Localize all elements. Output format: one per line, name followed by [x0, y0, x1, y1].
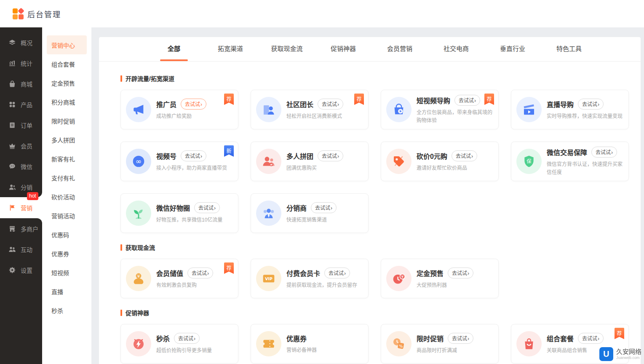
storefront-icon [8, 225, 16, 233]
clipboard-icon [8, 121, 16, 129]
submenu-item-group-buy[interactable]: 多人拼团 [47, 130, 87, 149]
tab-member-marketing[interactable]: 会员营销 [371, 37, 428, 61]
svg-text:∞: ∞ [136, 157, 142, 166]
try-button[interactable]: 去试试› [318, 99, 343, 110]
chat-bubble-icon [8, 163, 16, 170]
grid-icon [8, 101, 16, 108]
tab-all[interactable]: 全部 [146, 37, 202, 61]
try-button[interactable]: 去试试› [591, 147, 617, 158]
layers-icon [8, 39, 16, 46]
card-shortvideo-guide[interactable]: 荐 短视频导购 去试试› 全方位包装商品，带来身临其境的购物体验 [381, 90, 499, 129]
clock-percent-icon: % [386, 331, 412, 356]
try-button[interactable]: 去试试› [578, 333, 604, 344]
try-button[interactable]: 去试试› [311, 202, 337, 213]
try-button[interactable]: 去试试› [448, 333, 473, 344]
tab-promo-tools[interactable]: 促销神器 [315, 37, 371, 61]
card-bargain-zero[interactable]: 砍价0元购 去试试› 邀请好友帮忙砍价商品 [381, 142, 499, 181]
submenu-item-short-video[interactable]: 短视频 [47, 263, 87, 282]
card-wechat-guarantee[interactable]: 保 微信交易保障 去试试› 微信官方背书认证，快速提升买家信任度 [511, 142, 629, 181]
card-group-buy[interactable]: 多人拼团 去试试› 团满优惠购买 [251, 142, 369, 181]
card-deposit-presale[interactable]: ¥ 定金预售 去试试› 大促预热利器 [381, 259, 499, 298]
tab-featured-tools[interactable]: 特色工具 [541, 37, 597, 61]
card-title: 推广员 [156, 99, 176, 109]
card-distributor[interactable]: 分销商 去试试› 快速拓宽销售渠道 [251, 193, 369, 233]
submenu-item-deposit-presale[interactable]: 定金预售 [47, 73, 87, 92]
submenu-item-new-customer-gift[interactable]: 新客有礼 [47, 149, 87, 168]
card-subtitle: 有效刺激会员复购 [156, 281, 233, 289]
coin-bag-icon: ¥ [126, 266, 151, 291]
card-flash-promo[interactable]: % 限时促销 去试试› 商品限时打折满减 [381, 324, 499, 364]
chevron-right-icon: › [474, 98, 476, 104]
section-title: 促销神器 [126, 308, 149, 317]
sidebar-item-product[interactable]: 产品 [0, 94, 42, 115]
card-seckill[interactable]: 秒杀 去试试› 超低价抢购引导更多销量 [120, 324, 238, 364]
sidebar-item-wechat[interactable]: 微信 [0, 156, 42, 177]
card-title: 微信交易保障 [547, 147, 587, 157]
tab-social-commerce[interactable]: 社交电商 [428, 37, 484, 61]
sidebar-item-statistics[interactable]: 统计 [0, 53, 42, 73]
chevron-right-icon: › [598, 336, 599, 342]
submenu-item-promo-code[interactable]: 优惠码 [47, 225, 87, 244]
svg-text:VIP: VIP [265, 276, 273, 281]
juanweb-logo-icon: U [599, 347, 613, 361]
submenu-item-bargain[interactable]: 砍价活动 [47, 187, 87, 206]
sidebar-item-order[interactable]: 订单 [0, 115, 42, 135]
submenu-item-points-mall[interactable]: 积分商城 [47, 92, 87, 111]
tab-expand-channels[interactable]: 拓宽渠道 [202, 37, 259, 61]
shield-icon: 保 [516, 149, 542, 174]
card-title: 微信好物圈 [156, 203, 190, 213]
sidebar-item-multimerchant[interactable]: 多商户 [0, 218, 42, 239]
clock-coin-icon: ¥ [386, 266, 412, 291]
submenu-item-coupon[interactable]: 优惠券 [47, 244, 87, 263]
secondary-sidebar: 营销中心 组合套餐 定金预售 积分商城 限时促销 多人拼团 新客有礼 支付有礼 … [42, 27, 91, 364]
try-button[interactable]: 去试试› [324, 268, 350, 278]
tab-vertical-industry[interactable]: 垂直行业 [484, 37, 541, 61]
video-bag-icon [386, 97, 412, 122]
submenu-item-marketing-center[interactable]: 营销中心 [47, 35, 87, 54]
submenu-item-flash-promo[interactable]: 限时促销 [47, 111, 87, 130]
tab-cashflow[interactable]: 获取现金流 [259, 37, 315, 61]
try-button[interactable]: 去试试› [578, 99, 604, 110]
clapperboard-icon [516, 97, 542, 122]
try-button[interactable]: 去试试› [318, 150, 343, 161]
card-title: 短视频导购 [417, 95, 450, 105]
submenu-item-combo[interactable]: 组合套餐 [47, 54, 87, 73]
svg-text:¥: ¥ [401, 275, 404, 279]
try-button[interactable]: 去试试› [454, 95, 480, 106]
submenu-item-marketing-activity[interactable]: 营销活动 [47, 206, 87, 225]
category-tabs: 全部 拓宽渠道 获取现金流 促销神器 会员营销 社交电商 垂直行业 特色工具 [99, 37, 641, 62]
sidebar-item-member[interactable]: 会员 [0, 135, 42, 156]
sidebar-item-interaction[interactable]: 互动 [0, 239, 42, 260]
sidebar-item-marketing-active[interactable]: hot 营销 [0, 197, 42, 218]
submenu-item-seckill[interactable]: 秒杀 [47, 301, 87, 320]
section-title: 开辟流量/拓宽渠道 [126, 74, 174, 83]
sidebar-item-overview[interactable]: 概况 [0, 32, 42, 53]
try-button[interactable]: 去试试› [181, 150, 206, 161]
card-goods-circle[interactable]: 微信好物圈 去试试› 好物互推，共享微信10亿流量 [120, 193, 238, 233]
try-button[interactable]: 去试试› [181, 99, 206, 110]
try-button[interactable]: 去试试› [452, 150, 477, 161]
sidebar-item-settings[interactable]: 设置 [0, 260, 42, 280]
chevron-right-icon: › [611, 150, 613, 155]
card-community-leader[interactable]: 荐 社区团长 去试试› 轻松开启社区消费新模式 [251, 90, 369, 129]
card-coupon[interactable]: 优惠券 营销必备神器 [251, 324, 369, 364]
card-live-guide[interactable]: 直播导购 去试试› 实时导购推荐，快速实现流量变现 [511, 90, 629, 129]
card-subtitle: 营销必备神器 [286, 346, 363, 354]
try-button[interactable]: 去试试› [187, 268, 213, 278]
card-channels[interactable]: 新 ∞ 视频号 去试试› 接入小程序，助力商家直播带货 [120, 142, 238, 181]
submenu-item-live[interactable]: 直播 [47, 282, 87, 301]
chevron-right-icon: › [471, 153, 473, 159]
try-button[interactable]: 去试试› [194, 202, 220, 213]
try-button[interactable]: 去试试› [448, 268, 473, 278]
card-subtitle: 提前获取现金流，提升会员留存 [286, 281, 363, 289]
section-title: 获取现金流 [126, 243, 155, 252]
card-paid-member-card[interactable]: VIP 付费会员卡 去试试› 提前获取现金流，提升会员留存 [251, 259, 369, 298]
wechat-channels-icon: ∞ [126, 149, 151, 174]
card-member-stored-value[interactable]: 荐 ¥ 会员储值 去试试› 有效刺激会员复购 [120, 259, 238, 298]
hot-badge: hot [27, 192, 38, 200]
sidebar-item-mall[interactable]: 商城 [0, 73, 42, 94]
try-button[interactable]: 去试试› [174, 333, 200, 344]
submenu-item-payment-gift[interactable]: 支付有礼 [47, 168, 87, 187]
card-promoter[interactable]: 荐 推广员 去试试› 成功推广给奖励 [120, 90, 238, 129]
card-title: 分销商 [286, 203, 307, 213]
